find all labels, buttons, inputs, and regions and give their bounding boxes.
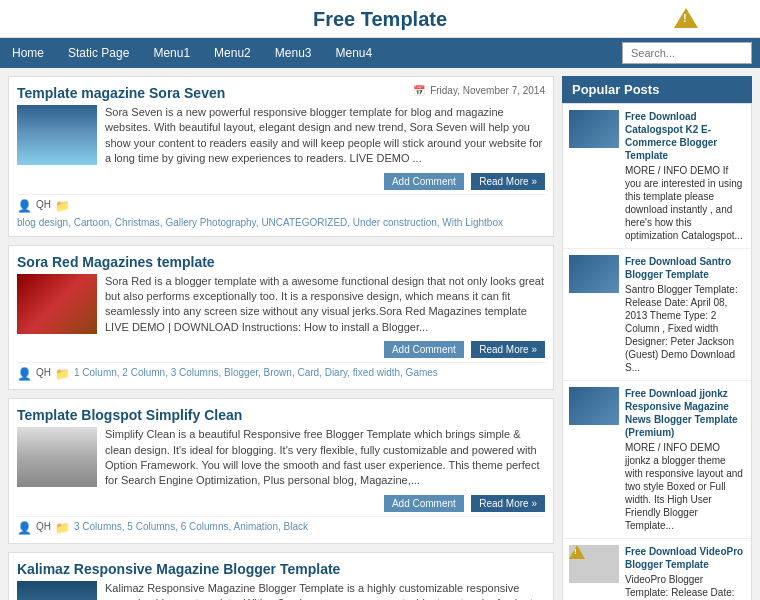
navbar: Home Static Page Menu1 Menu2 Menu3 Menu4 <box>0 38 760 68</box>
post-2-thumbnail <box>17 274 97 334</box>
post-3-title[interactable]: Template Blogspot Simplify Clean <box>17 407 545 423</box>
warning-icon <box>672 8 700 36</box>
folder-icon-2: 📁 <box>55 367 70 381</box>
post-2-categories: 1 Column, 2 Column, 3 Columns, Blogger, … <box>74 367 438 378</box>
post-2: Sora Red Magazines template Sora Red is … <box>8 245 554 391</box>
nav-menu2[interactable]: Menu2 <box>202 38 263 68</box>
post-1-categories: blog design, Cartoon, Christmas, Gallery… <box>17 217 503 228</box>
post-3-readmore-btn[interactable]: Read More » <box>471 495 545 512</box>
nav-home[interactable]: Home <box>0 38 56 68</box>
post-2-actions: Add Comment Read More » <box>17 341 545 358</box>
nav-menu1[interactable]: Menu1 <box>141 38 202 68</box>
post-2-comment-btn[interactable]: Add Comment <box>384 341 464 358</box>
post-3-categories: 3 Columns, 5 Columns, 6 Columns, Animati… <box>74 521 308 532</box>
search-input[interactable] <box>622 42 752 64</box>
sidebar-warn-icon <box>569 545 585 559</box>
sidebar-posts: Free Download Catalogspot K2 E-Commerce … <box>562 103 752 600</box>
calendar-icon: 📅 <box>413 85 425 96</box>
sidebar-text-3: Free Download jjonkz Responsive Magazine… <box>625 387 745 532</box>
post-1: 📅 Friday, November 7, 2014 Template maga… <box>8 76 554 237</box>
post-1-author: QH <box>36 199 51 210</box>
post-1-footer: 👤 QH 📁 blog design, Cartoon, Christmas, … <box>17 194 545 228</box>
nav-menu4[interactable]: Menu4 <box>324 38 385 68</box>
sidebar-thumb-3 <box>569 387 619 425</box>
nav-static[interactable]: Static Page <box>56 38 141 68</box>
post-1-comment-btn[interactable]: Add Comment <box>384 173 464 190</box>
sidebar-text-4: Free Download VideoPro Blogger Template … <box>625 545 745 600</box>
sidebar-item-2[interactable]: Free Download Santro Blogger Template Sa… <box>563 249 751 381</box>
post-4-text: Kalimaz Responsive Magazine Blogger Temp… <box>105 581 545 600</box>
sidebar-item-1[interactable]: Free Download Catalogspot K2 E-Commerce … <box>563 104 751 249</box>
page-title: Free Template <box>313 8 447 30</box>
post-3-actions: Add Comment Read More » <box>17 495 545 512</box>
header: Free Template <box>0 0 760 38</box>
nav-menu3[interactable]: Menu3 <box>263 38 324 68</box>
post-1-thumbnail <box>17 105 97 165</box>
folder-icon: 📁 <box>55 199 70 213</box>
post-3: Template Blogspot Simplify Clean Simplif… <box>8 398 554 544</box>
main-content: 📅 Friday, November 7, 2014 Template maga… <box>8 76 554 600</box>
sidebar-text-1: Free Download Catalogspot K2 E-Commerce … <box>625 110 745 242</box>
sidebar-item-3[interactable]: Free Download jjonkz Responsive Magazine… <box>563 381 751 539</box>
sidebar-title: Popular Posts <box>562 76 752 103</box>
post-1-actions: Add Comment Read More » <box>17 173 545 190</box>
post-2-author: QH <box>36 367 51 378</box>
sidebar-thumb-2 <box>569 255 619 293</box>
post-3-footer: 👤 QH 📁 3 Columns, 5 Columns, 6 Columns, … <box>17 516 545 535</box>
sidebar-text-2: Free Download Santro Blogger Template Sa… <box>625 255 745 374</box>
post-4: Kalimaz Responsive Magazine Blogger Temp… <box>8 552 554 600</box>
post-3-thumbnail <box>17 427 97 487</box>
author-icon-3: 👤 <box>17 521 32 535</box>
post-3-comment-btn[interactable]: Add Comment <box>384 495 464 512</box>
author-icon-2: 👤 <box>17 367 32 381</box>
post-2-footer: 👤 QH 📁 1 Column, 2 Column, 3 Columns, Bl… <box>17 362 545 381</box>
sidebar-thumb-4 <box>569 545 619 583</box>
folder-icon-3: 📁 <box>55 521 70 535</box>
post-1-text: Sora Seven is a new powerful responsive … <box>105 105 545 167</box>
content-wrapper: 📅 Friday, November 7, 2014 Template maga… <box>0 68 760 600</box>
post-2-title[interactable]: Sora Red Magazines template <box>17 254 545 270</box>
sidebar-thumb-1 <box>569 110 619 148</box>
post-2-text: Sora Red is a blogger template with a aw… <box>105 274 545 336</box>
post-3-author: QH <box>36 521 51 532</box>
post-1-readmore-btn[interactable]: Read More » <box>471 173 545 190</box>
sidebar-item-4[interactable]: Free Download VideoPro Blogger Template … <box>563 539 751 600</box>
post-4-title[interactable]: Kalimaz Responsive Magazine Blogger Temp… <box>17 561 545 577</box>
author-icon: 👤 <box>17 199 32 213</box>
post-3-text: Simplify Clean is a beautiful Responsive… <box>105 427 545 489</box>
sidebar: Popular Posts Free Download Catalogspot … <box>562 76 752 600</box>
post-4-thumbnail <box>17 581 97 600</box>
post-2-readmore-btn[interactable]: Read More » <box>471 341 545 358</box>
post-1-date: 📅 Friday, November 7, 2014 <box>413 85 545 96</box>
